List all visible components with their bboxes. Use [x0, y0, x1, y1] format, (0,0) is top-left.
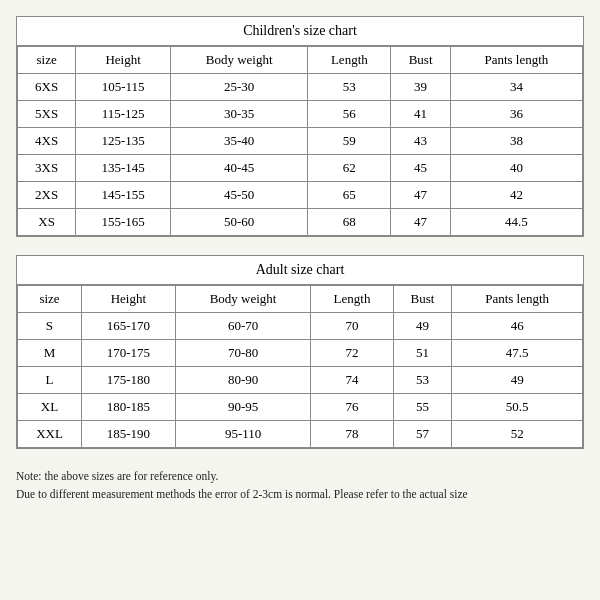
table-row: 6XS105-11525-30533934: [18, 74, 583, 101]
table-cell: 50-60: [171, 209, 308, 236]
table-cell: 68: [308, 209, 391, 236]
table-cell: XXL: [18, 421, 82, 448]
table-cell: 42: [450, 182, 582, 209]
table-cell: 50.5: [452, 394, 583, 421]
adult-col-height: Height: [81, 286, 175, 313]
table-cell: 45: [391, 155, 451, 182]
table-cell: 41: [391, 101, 451, 128]
table-cell: 47.5: [452, 340, 583, 367]
table-cell: 46: [452, 313, 583, 340]
table-cell: 90-95: [175, 394, 311, 421]
table-cell: 175-180: [81, 367, 175, 394]
adult-col-weight: Body weight: [175, 286, 311, 313]
table-cell: 47: [391, 182, 451, 209]
adult-size-chart: Adult size chart size Height Body weight…: [16, 255, 584, 449]
table-cell: 145-155: [76, 182, 171, 209]
table-cell: 185-190: [81, 421, 175, 448]
table-cell: 180-185: [81, 394, 175, 421]
table-cell: 5XS: [18, 101, 76, 128]
adult-col-pants: Pants length: [452, 286, 583, 313]
table-cell: 76: [311, 394, 393, 421]
adult-col-bust: Bust: [393, 286, 452, 313]
table-cell: 39: [391, 74, 451, 101]
table-cell: 70: [311, 313, 393, 340]
table-cell: 95-110: [175, 421, 311, 448]
table-cell: 55: [393, 394, 452, 421]
table-row: XXL185-19095-110785752: [18, 421, 583, 448]
adult-header-row: size Height Body weight Length Bust Pant…: [18, 286, 583, 313]
adult-chart-title: Adult size chart: [17, 256, 583, 285]
table-cell: 74: [311, 367, 393, 394]
table-row: XS155-16550-60684744.5: [18, 209, 583, 236]
table-cell: 65: [308, 182, 391, 209]
note-line-1: Note: the above sizes are for reference …: [16, 467, 584, 485]
table-row: 5XS115-12530-35564136: [18, 101, 583, 128]
table-row: 4XS125-13535-40594338: [18, 128, 583, 155]
children-col-weight: Body weight: [171, 47, 308, 74]
table-cell: 52: [452, 421, 583, 448]
table-cell: 125-135: [76, 128, 171, 155]
table-cell: 47: [391, 209, 451, 236]
table-cell: 49: [393, 313, 452, 340]
children-col-size: size: [18, 47, 76, 74]
table-cell: 56: [308, 101, 391, 128]
table-cell: 57: [393, 421, 452, 448]
table-cell: 30-35: [171, 101, 308, 128]
table-cell: 53: [308, 74, 391, 101]
table-cell: 25-30: [171, 74, 308, 101]
table-cell: 2XS: [18, 182, 76, 209]
table-cell: 51: [393, 340, 452, 367]
table-cell: L: [18, 367, 82, 394]
children-col-height: Height: [76, 47, 171, 74]
table-cell: 78: [311, 421, 393, 448]
table-cell: 45-50: [171, 182, 308, 209]
table-cell: 59: [308, 128, 391, 155]
table-cell: 36: [450, 101, 582, 128]
children-col-pants: Pants length: [450, 47, 582, 74]
table-cell: 44.5: [450, 209, 582, 236]
table-cell: 38: [450, 128, 582, 155]
children-table: size Height Body weight Length Bust Pant…: [17, 46, 583, 236]
table-cell: 43: [391, 128, 451, 155]
table-cell: 53: [393, 367, 452, 394]
table-cell: 3XS: [18, 155, 76, 182]
adult-col-length: Length: [311, 286, 393, 313]
table-cell: S: [18, 313, 82, 340]
adult-table: size Height Body weight Length Bust Pant…: [17, 285, 583, 448]
children-col-bust: Bust: [391, 47, 451, 74]
notes-section: Note: the above sizes are for reference …: [16, 467, 584, 504]
table-cell: M: [18, 340, 82, 367]
children-chart-title: Children's size chart: [17, 17, 583, 46]
table-cell: 115-125: [76, 101, 171, 128]
table-row: 2XS145-15545-50654742: [18, 182, 583, 209]
table-cell: 72: [311, 340, 393, 367]
table-row: 3XS135-14540-45624540: [18, 155, 583, 182]
table-cell: 35-40: [171, 128, 308, 155]
children-col-length: Length: [308, 47, 391, 74]
children-header-row: size Height Body weight Length Bust Pant…: [18, 47, 583, 74]
table-cell: 40: [450, 155, 582, 182]
table-cell: 6XS: [18, 74, 76, 101]
table-cell: XL: [18, 394, 82, 421]
table-cell: XS: [18, 209, 76, 236]
table-cell: 170-175: [81, 340, 175, 367]
table-row: M170-17570-80725147.5: [18, 340, 583, 367]
table-row: S165-17060-70704946: [18, 313, 583, 340]
table-cell: 155-165: [76, 209, 171, 236]
children-size-chart: Children's size chart size Height Body w…: [16, 16, 584, 237]
table-cell: 80-90: [175, 367, 311, 394]
table-cell: 4XS: [18, 128, 76, 155]
adult-col-size: size: [18, 286, 82, 313]
table-cell: 49: [452, 367, 583, 394]
table-cell: 34: [450, 74, 582, 101]
table-row: XL180-18590-95765550.5: [18, 394, 583, 421]
table-cell: 40-45: [171, 155, 308, 182]
table-cell: 105-115: [76, 74, 171, 101]
table-cell: 135-145: [76, 155, 171, 182]
table-cell: 165-170: [81, 313, 175, 340]
table-row: L175-18080-90745349: [18, 367, 583, 394]
note-line-2: Due to different measurement methods the…: [16, 485, 584, 503]
table-cell: 60-70: [175, 313, 311, 340]
table-cell: 70-80: [175, 340, 311, 367]
table-cell: 62: [308, 155, 391, 182]
